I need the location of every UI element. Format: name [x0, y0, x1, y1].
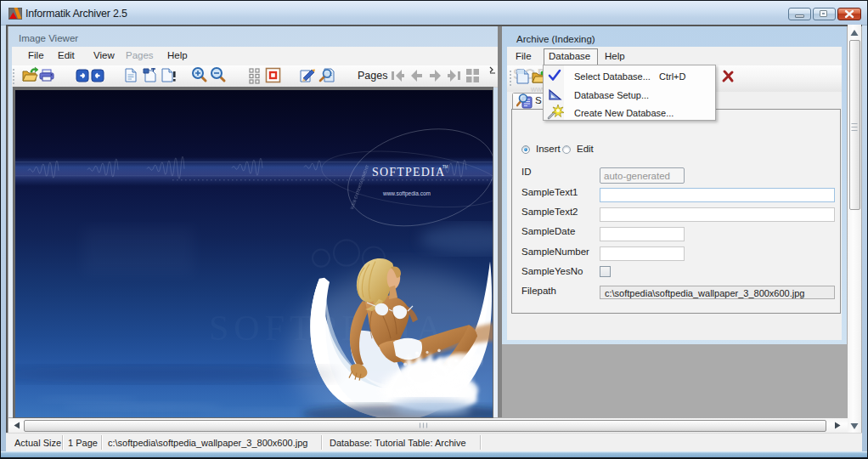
svg-text:SOFTPEDIA: SOFTPEDIA [372, 165, 445, 178]
svg-text:TM: TM [442, 165, 448, 169]
svg-text:www.softpedia.com: www.softpedia.com [382, 190, 431, 197]
